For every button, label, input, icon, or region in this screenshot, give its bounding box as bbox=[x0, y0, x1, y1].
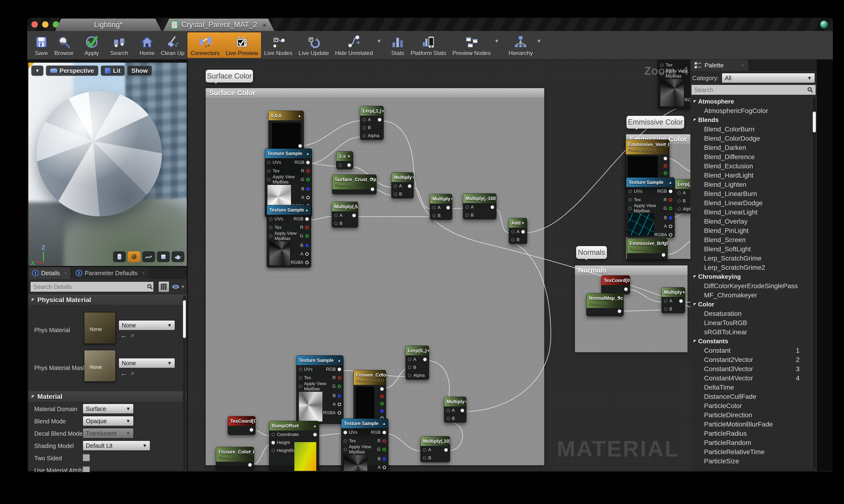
preview-shape-sphere-button[interactable] bbox=[128, 251, 140, 262]
live-update-button[interactable]: Live Update bbox=[295, 32, 332, 58]
input-pin[interactable] bbox=[267, 161, 271, 164]
palette-item[interactable]: DiffColorKeyerErodeSinglePass bbox=[690, 281, 811, 290]
palette-item[interactable]: Constant1 bbox=[690, 346, 811, 355]
collapse-icon[interactable]: ▲ bbox=[298, 114, 301, 118]
input-pin[interactable] bbox=[408, 366, 411, 369]
output-pin[interactable] bbox=[380, 409, 384, 413]
collapse-icon[interactable]: ▲ bbox=[306, 151, 309, 156]
search-details-input[interactable] bbox=[30, 282, 154, 292]
palette-item[interactable]: sRGBToLinear bbox=[690, 327, 811, 337]
palette-category[interactable]: Chromakeying bbox=[690, 272, 811, 281]
output-pin[interactable] bbox=[624, 287, 628, 291]
collapse-icon[interactable]: ▼ bbox=[412, 175, 413, 179]
live-preview-button[interactable]: Live Preview bbox=[223, 32, 261, 58]
graph-node-multiply[interactable]: Multiply▼AB bbox=[391, 172, 414, 198]
chevron-down-icon[interactable]: ▼ bbox=[494, 38, 499, 44]
palette-item[interactable]: Blend_Lighten bbox=[690, 180, 811, 189]
input-pin[interactable] bbox=[432, 214, 436, 217]
section-physical-material[interactable]: Physical Material bbox=[29, 294, 187, 305]
palette-item[interactable]: DistanceCullFade bbox=[690, 392, 811, 401]
input-pin[interactable] bbox=[362, 126, 366, 129]
output-pin[interactable] bbox=[306, 161, 310, 164]
output-pin[interactable] bbox=[382, 448, 386, 451]
graph-node-multiply[interactable]: Multiply▼AB bbox=[430, 194, 452, 220]
collapse-icon[interactable]: ▼ bbox=[427, 349, 429, 353]
connectors-button[interactable]: Connectors bbox=[187, 32, 223, 58]
close-icon[interactable]: × bbox=[741, 62, 744, 68]
output-pin[interactable] bbox=[446, 206, 450, 210]
shading-model-dropdown[interactable]: Default Lit▼ bbox=[83, 440, 150, 451]
browse-asset-icon[interactable]: ⌕ bbox=[131, 369, 134, 377]
palette-item[interactable]: Blend_LinearDodge bbox=[690, 198, 811, 208]
blend-mode-dropdown[interactable]: Opaque▼ bbox=[83, 416, 133, 426]
tab-parameter-defaults[interactable]: i Parameter Defaults × bbox=[72, 267, 148, 279]
close-tab-icon[interactable]: × bbox=[263, 21, 266, 29]
graph-node-lerp-0-[interactable]: Lerp(0,,)▼ABAlpha bbox=[406, 346, 429, 380]
phys-material-dropdown[interactable]: None▼ bbox=[119, 320, 175, 330]
collapse-icon[interactable]: ▲ bbox=[313, 424, 317, 428]
output-pin[interactable] bbox=[618, 309, 621, 313]
use-selected-icon[interactable]: ← bbox=[120, 369, 127, 377]
palette-item[interactable]: Blend_SoftLight bbox=[690, 245, 811, 254]
graph-node-texcoord-0-[interactable]: TexCoord[0]▼ bbox=[228, 416, 255, 435]
preview-shape-cylinder-button[interactable] bbox=[113, 251, 126, 262]
palette-item[interactable]: LinearTosRGB bbox=[690, 318, 811, 327]
palette-item[interactable]: ParticleColor bbox=[690, 401, 811, 410]
output-pin[interactable] bbox=[382, 439, 386, 443]
collapse-icon[interactable]: ▼ bbox=[380, 373, 383, 377]
input-pin[interactable] bbox=[362, 118, 366, 122]
palette-item[interactable]: Lerp_ScratchGrime bbox=[690, 254, 811, 263]
input-pin[interactable] bbox=[271, 449, 275, 452]
graph-node-bumpoffset[interactable]: BumpOffset▲CoordinateHeightHeightRatioIn… bbox=[269, 421, 319, 471]
graph-node-lerp-1-[interactable]: Lerp(,1,)▼ABAlpha bbox=[675, 179, 690, 213]
collapse-icon[interactable]: ▼ bbox=[371, 177, 374, 181]
close-icon[interactable]: × bbox=[64, 270, 67, 276]
output-pin[interactable] bbox=[378, 118, 381, 122]
collapse-icon[interactable]: ▼ bbox=[521, 221, 525, 225]
use-selected-icon[interactable]: ← bbox=[120, 331, 127, 340]
input-pin[interactable] bbox=[423, 448, 426, 452]
output-pin[interactable] bbox=[338, 367, 341, 371]
preview-viewport[interactable]: ▼ Perspective Lit Show Z X bbox=[29, 62, 187, 266]
input-pin[interactable] bbox=[677, 191, 681, 195]
graph-node-multiply-5-[interactable]: Multiply(,5)▼AB bbox=[332, 202, 358, 228]
input-pin[interactable] bbox=[677, 207, 681, 211]
phys-material-actions[interactable]: ← ⌕ bbox=[120, 331, 134, 340]
graph-node-normalmap-scale[interactable]: NormalMap_ScaleParam (0)▼ bbox=[586, 293, 624, 316]
input-pin[interactable] bbox=[664, 299, 667, 303]
phys-material-mask-actions[interactable]: ← ⌕ bbox=[120, 369, 134, 377]
output-pin[interactable] bbox=[669, 216, 672, 220]
output-pin[interactable] bbox=[306, 196, 310, 199]
input-pin[interactable] bbox=[446, 409, 450, 412]
collapse-icon[interactable]: ▼ bbox=[347, 155, 351, 158]
perspective-button[interactable]: Perspective bbox=[46, 66, 98, 76]
save-button[interactable]: Save bbox=[32, 32, 51, 58]
graph-node-emmissive-brightness[interactable]: Emmissive_BrightnessParam (1)▼ bbox=[627, 238, 668, 260]
section-material[interactable]: Material bbox=[29, 391, 187, 402]
input-pin[interactable] bbox=[267, 169, 271, 173]
input-pin[interactable] bbox=[299, 376, 302, 380]
preview-nodes-button[interactable]: Preview Nodes bbox=[449, 32, 493, 58]
palette-item[interactable]: Desaturation bbox=[690, 309, 811, 318]
output-pin[interactable] bbox=[306, 178, 310, 181]
output-pin[interactable] bbox=[521, 230, 525, 234]
collapse-icon[interactable]: ▼ bbox=[465, 400, 466, 404]
input-pin[interactable] bbox=[299, 367, 302, 371]
preview-shape-teapot-button[interactable] bbox=[172, 251, 184, 262]
close-window-button[interactable] bbox=[32, 21, 38, 28]
input-pin[interactable] bbox=[271, 441, 275, 445]
palette-item[interactable]: ParticleSize bbox=[690, 456, 811, 466]
property-matrix-button[interactable] bbox=[158, 281, 169, 292]
palette-item[interactable]: ParticleRadius bbox=[690, 429, 811, 438]
palette-item[interactable]: ParticleRelativeTime bbox=[690, 447, 811, 456]
palette-item[interactable]: AtmosphericFogColor bbox=[690, 106, 811, 115]
output-pin[interactable] bbox=[371, 187, 374, 191]
material-graph-canvas[interactable]: Surface ColorEmmissive ColorNormalsMATER… bbox=[188, 59, 690, 471]
input-pin[interactable] bbox=[269, 234, 273, 238]
output-pin[interactable] bbox=[664, 172, 667, 175]
palette-scrollbar-thumb[interactable] bbox=[813, 112, 816, 132]
input-pin[interactable] bbox=[339, 163, 342, 167]
browse-asset-icon[interactable]: ⌕ bbox=[131, 331, 134, 340]
browse-button[interactable]: Browse bbox=[51, 32, 76, 58]
graph-node-texture-sample[interactable]: Texture Sample▲UVsRGBTexRApply View MipB… bbox=[296, 355, 343, 424]
